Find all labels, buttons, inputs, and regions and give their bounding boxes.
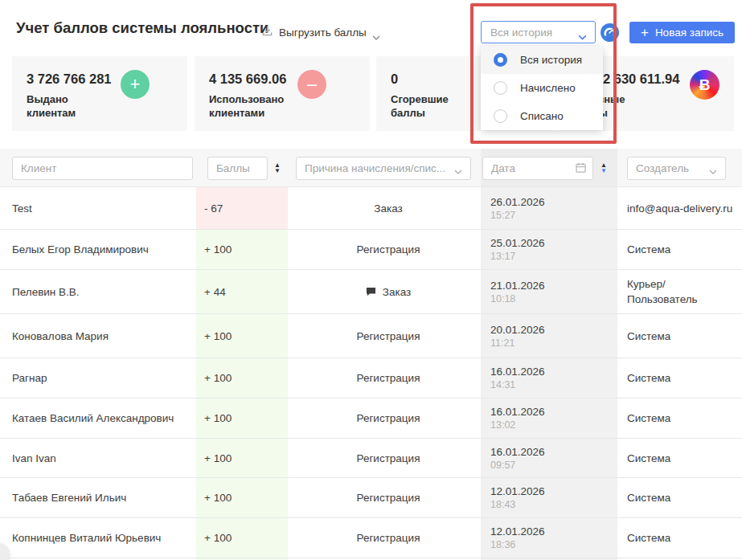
date-value: 21.01.2026 [490, 280, 617, 292]
table-row[interactable]: Табаев Евгений Ильич+ 100Регистрация12.0… [0, 477, 742, 517]
dropdown-option-written-off[interactable]: Списано [481, 102, 603, 130]
client-cell: Катаев Василий Александрович [0, 399, 196, 438]
table-row[interactable]: Ivan Ivan+ 100Регистрация16.01.202609:57… [0, 438, 742, 477]
dropdown-option-all-history[interactable]: Вся история [481, 46, 603, 74]
creator-cell: Курьер/ Пользователь [617, 270, 742, 313]
reason-label: Регистрация [357, 330, 420, 342]
client-cell: Копнинцев Виталий Юрьевич [0, 518, 196, 558]
creator-cell: Система [617, 439, 742, 477]
reason-label: Регистрация [357, 532, 420, 544]
chevron-down-icon [578, 30, 586, 35]
time-value: 14:31 [490, 379, 617, 390]
stat-label: Выдано клиентам [27, 92, 76, 120]
points-cell: + 100 [196, 518, 288, 558]
time-value: 09:57 [490, 460, 617, 471]
plus-circle-icon: + [121, 70, 150, 99]
reason-cell: Регистрация [288, 439, 481, 477]
stat-value: 3 726 766 281 [27, 72, 112, 87]
reason-label: Заказ [383, 286, 411, 298]
table-body: Test- 67Заказ26.01.202615:27info@aqua-de… [0, 186, 742, 560]
creator-cell: Система [617, 518, 742, 558]
reason-cell: Регистрация [288, 314, 481, 358]
new-record-button[interactable]: + Новая запись [629, 22, 735, 43]
client-cell: Рагнар [0, 358, 196, 398]
date-value: 16.01.2026 [490, 446, 617, 458]
table-row[interactable]: Белых Егор Владимирович+ 100Регистрация2… [0, 229, 742, 269]
export-points-label: Выгрузить баллы [279, 27, 367, 39]
date-cell: 16.01.202613:02 [481, 399, 617, 438]
client-cell: Белых Егор Владимирович [0, 230, 196, 269]
chevron-down-icon [454, 166, 462, 171]
stat-value: 4 135 669.06 [209, 72, 286, 87]
history-filter-select[interactable]: Вся история [481, 21, 596, 43]
table-row[interactable]: Катаев Василий Александрович+ 100Регистр… [0, 398, 742, 438]
minus-circle-icon: – [297, 70, 326, 99]
points-sort-control[interactable]: ▲ ▼ [272, 162, 283, 174]
time-value: 18:43 [490, 499, 617, 510]
reason-cell: Регистрация [288, 230, 481, 269]
table-row[interactable]: Пелевин В.В.+ 44Заказ21.01.202610:18Курь… [0, 269, 742, 313]
table-row[interactable]: Рагнар+ 100Регистрация16.01.202614:31Сис… [0, 358, 742, 398]
client-cell: Test [0, 187, 196, 229]
stat-card-used: 4 135 669.06 – Использовано клиентами [195, 56, 370, 131]
date-cell: 16.01.202614:31 [481, 358, 617, 398]
date-cell: 12.01.202618:36 [481, 518, 617, 558]
points-cell: + 100 [196, 230, 288, 269]
date-cell: 12.01.202618:43 [481, 478, 617, 517]
reason-label: Регистрация [357, 412, 420, 424]
points-cell: + 100 [196, 399, 288, 438]
history-filter-dropdown: Вся история Начислено Списано [481, 46, 603, 130]
client-cell: Коновалова Мария [0, 314, 196, 358]
table-row[interactable]: Коновалова Мария+ 100Регистрация20.01.20… [0, 313, 742, 358]
chevron-down-icon [709, 166, 717, 171]
creator-cell: Система [617, 314, 742, 358]
date-filter-placeholder: Дата [491, 162, 515, 174]
time-value: 15:27 [490, 210, 617, 221]
reason-cell: Заказ [288, 270, 481, 313]
date-filter-input[interactable]: Дата [482, 157, 593, 180]
time-value: 18:36 [490, 539, 617, 550]
date-sort-control[interactable]: ▲ ▼ [598, 162, 609, 174]
points-filter-input[interactable] [207, 157, 268, 180]
reason-filter-select[interactable]: Причина начисления/спис... [296, 157, 471, 180]
creator-filter-select[interactable]: Создатель [627, 157, 726, 180]
date-value: 16.01.2026 [490, 366, 617, 378]
option-label: Вся история [520, 54, 582, 66]
time-value: 11:21 [490, 337, 617, 349]
reason-cell: Регистрация [288, 358, 481, 398]
points-cell: + 100 [196, 439, 288, 477]
date-cell: 25.01.202613:17 [481, 230, 617, 269]
client-filter-input[interactable] [12, 157, 193, 180]
date-cell: 20.01.202611:21 [481, 314, 617, 358]
dropdown-option-accrued[interactable]: Начислено [481, 74, 603, 102]
page-title: Учет баллов системы лояльности [16, 19, 269, 37]
creator-cell: Система [617, 478, 742, 517]
stat-value: 2 630 611.94 [603, 72, 679, 87]
table-row[interactable]: Копнинцев Виталий Юрьевич+ 100Регистраци… [0, 517, 742, 558]
option-label: Списано [520, 110, 564, 122]
reason-label: Заказ [374, 202, 402, 215]
reason-label: Регистрация [357, 452, 420, 464]
points-cell: - 67 [196, 187, 288, 229]
client-cell: Ivan Ivan [0, 439, 196, 477]
bonus-coin-icon: Ƀ [690, 70, 719, 100]
stat-label: Использовано клиентами [209, 92, 284, 120]
plus-icon: + [641, 26, 649, 39]
client-cell: Пелевин В.В. [0, 270, 196, 313]
reason-cell: Регистрация [288, 478, 481, 517]
points-cell: + 100 [196, 314, 288, 358]
sort-down-icon: ▼ [274, 168, 281, 174]
reason-label: Регистрация [357, 243, 420, 255]
table-row[interactable]: Test- 67Заказ26.01.202615:27info@aqua-de… [0, 186, 742, 229]
reason-cell: Регистрация [288, 399, 481, 438]
calendar-icon [576, 162, 586, 175]
history-filter-value: Вся история [490, 27, 552, 39]
client-cell: Табаев Евгений Ильич [0, 478, 196, 517]
points-cell: + 100 [196, 358, 288, 398]
gauge-icon[interactable] [601, 23, 619, 42]
comment-icon [366, 287, 376, 296]
date-value: 12.01.2026 [490, 525, 617, 538]
radio-icon [494, 109, 507, 123]
export-points-button[interactable]: Выгрузить баллы [261, 25, 380, 40]
reason-label: Регистрация [357, 492, 420, 504]
